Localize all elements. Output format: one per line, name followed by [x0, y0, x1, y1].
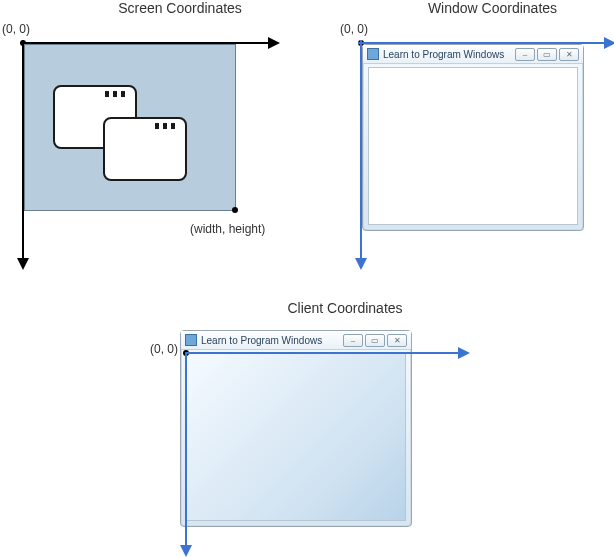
extent-label-screen: (width, height) — [190, 222, 265, 236]
screen-rectangle — [24, 44, 236, 211]
mini-window-front — [103, 117, 187, 181]
panel-client-coordinates: Client Coordinates (0, 0) Learn to Progr… — [150, 300, 480, 320]
close-button[interactable]: ✕ — [387, 334, 407, 347]
x-axis-arrowhead-window — [604, 37, 614, 49]
x-axis-arrowhead-client — [458, 347, 470, 359]
close-button[interactable]: ✕ — [559, 48, 579, 61]
client-window-titlebar: Learn to Program Windows – ▭ ✕ — [181, 331, 411, 350]
panel-window-coordinates: Window Coordinates (0, 0) Learn to Progr… — [340, 0, 610, 20]
title-client: Client Coordinates — [150, 300, 480, 316]
y-axis-arrowhead-screen — [17, 258, 29, 270]
panel-screen-coordinates: Screen Coordinates (0, 0) (width, height… — [0, 0, 300, 20]
y-axis-arrowhead-client — [180, 545, 192, 557]
window-titlebar: Learn to Program Windows – ▭ ✕ — [363, 45, 583, 64]
minimize-button[interactable]: – — [343, 334, 363, 347]
maximize-button[interactable]: ▭ — [537, 48, 557, 61]
window-frame: Learn to Program Windows – ▭ ✕ — [362, 44, 584, 231]
extent-dot-screen — [232, 207, 238, 213]
maximize-button[interactable]: ▭ — [365, 334, 385, 347]
app-icon — [185, 334, 197, 346]
client-area — [186, 353, 406, 521]
y-axis-client — [185, 352, 187, 547]
window-title-text: Learn to Program Windows — [383, 49, 504, 60]
minimize-button[interactable]: – — [515, 48, 535, 61]
origin-label-window: (0, 0) — [340, 22, 368, 36]
title-window: Window Coordinates — [340, 0, 610, 16]
x-axis-client — [185, 352, 460, 354]
title-screen: Screen Coordinates — [0, 0, 300, 16]
client-window-frame: Learn to Program Windows – ▭ ✕ — [180, 330, 412, 527]
origin-label-client: (0, 0) — [150, 342, 178, 356]
y-axis-arrowhead-window — [355, 258, 367, 270]
origin-label-screen: (0, 0) — [2, 22, 30, 36]
window-client-area — [368, 67, 578, 225]
app-icon — [367, 48, 379, 60]
client-window-title-text: Learn to Program Windows — [201, 335, 322, 346]
x-axis-arrowhead-screen — [268, 37, 280, 49]
